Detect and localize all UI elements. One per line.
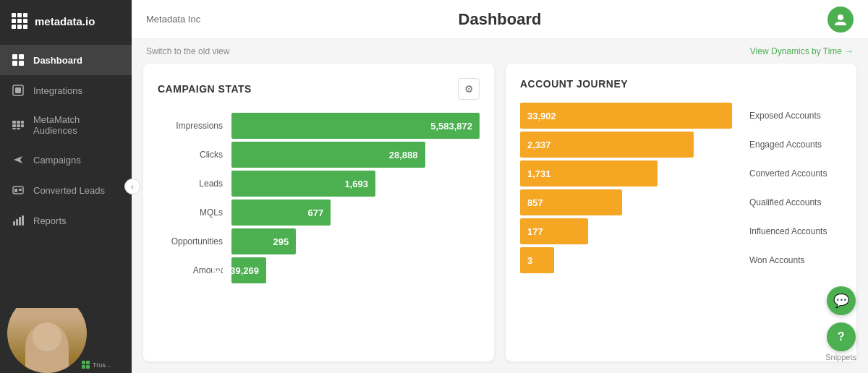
svg-rect-10 bbox=[17, 124, 20, 127]
account-journey-title: ACCOUNT JOURNEY bbox=[520, 78, 628, 90]
campaign-stats-title: CAMPAIGN STATS bbox=[158, 83, 252, 95]
svg-rect-18 bbox=[16, 219, 18, 226]
svg-rect-8 bbox=[12, 128, 16, 129]
svg-rect-6 bbox=[12, 121, 16, 124]
campaign-funnel-row: Leads 1,693 bbox=[158, 171, 480, 197]
gear-icon: ⚙ bbox=[464, 83, 474, 95]
campaign-stats-card: CAMPAIGN STATS ⚙ Impressions 5,583,872 C… bbox=[143, 64, 494, 361]
sidebar-label-metamatch: MetaMatch Audiences bbox=[33, 114, 120, 136]
svg-rect-2 bbox=[12, 61, 17, 66]
funnel-bar-wrap: $7,339,269 bbox=[231, 257, 480, 283]
logo[interactable]: metadata.io bbox=[0, 0, 132, 42]
campaign-stats-header: CAMPAIGN STATS ⚙ bbox=[158, 78, 480, 100]
dynamics-link[interactable]: View Dynamics by Time → bbox=[750, 46, 854, 56]
sidebar-item-metamatch[interactable]: MetaMatch Audiences bbox=[0, 106, 132, 145]
account-journey-funnel: 33,902 Exposed Accounts 2,337 Engaged Ac… bbox=[520, 103, 842, 347]
chat-icon: 💬 bbox=[833, 293, 849, 309]
funnel-bar-wrap: 295 bbox=[231, 228, 480, 254]
main-content: Metadata Inc Dashboard Switch to the old… bbox=[132, 0, 868, 373]
journey-funnel-row: 857 Qualified Accounts bbox=[520, 189, 842, 215]
svg-rect-3 bbox=[19, 61, 24, 66]
svg-rect-15 bbox=[14, 189, 17, 192]
dashboard-content: CAMPAIGN STATS ⚙ Impressions 5,583,872 C… bbox=[132, 64, 868, 373]
sidebar-label-converted-leads: Converted Leads bbox=[33, 185, 105, 196]
sidebar-item-reports[interactable]: Reports bbox=[0, 205, 132, 236]
page-title: Dashboard bbox=[459, 10, 542, 29]
svg-rect-19 bbox=[19, 217, 21, 226]
campaign-stats-funnel: Impressions 5,583,872 Clicks 28,888 Lead… bbox=[158, 113, 480, 347]
sidebar-item-campaigns[interactable]: Campaigns bbox=[0, 145, 132, 175]
sidebar-item-dashboard[interactable]: Dashboard bbox=[0, 45, 132, 75]
journey-row-label: Engaged Accounts bbox=[741, 140, 842, 150]
journey-row-label: Exposed Accounts bbox=[741, 111, 842, 121]
sidebar-collapse-button[interactable]: ‹ bbox=[124, 179, 140, 194]
journey-bar-wrap: 1,731 bbox=[520, 160, 732, 186]
journey-bar-wrap: 177 bbox=[520, 218, 732, 244]
campaigns-icon bbox=[12, 153, 25, 166]
funnel-bar: $7,339,269 bbox=[231, 257, 266, 283]
funnel-row-label: Opportunities bbox=[158, 236, 223, 246]
trust-text: Trus... bbox=[93, 361, 111, 369]
sidebar: metadata.io Dashboard Integ bbox=[0, 0, 132, 373]
user-avatar[interactable] bbox=[827, 7, 854, 33]
logo-text: metadata.io bbox=[35, 15, 95, 27]
funnel-row-label: Impressions bbox=[158, 121, 223, 131]
journey-bar: 857 bbox=[520, 189, 622, 215]
funnel-bar-wrap: 1,693 bbox=[231, 171, 480, 197]
funnel-row-label: MQLs bbox=[158, 207, 223, 218]
metamatch-icon bbox=[12, 119, 25, 132]
journey-bar-wrap: 3 bbox=[520, 247, 732, 273]
help-fab-button[interactable]: ? bbox=[827, 322, 856, 351]
chat-fab-button[interactable]: 💬 bbox=[827, 286, 856, 315]
journey-bar-wrap: 2,337 bbox=[520, 132, 732, 158]
sidebar-item-converted-leads[interactable]: Converted Leads bbox=[0, 175, 132, 205]
journey-funnel-row: 1,731 Converted Accounts bbox=[520, 160, 842, 186]
funnel-bar: 295 bbox=[231, 228, 296, 254]
campaign-stats-settings-button[interactable]: ⚙ bbox=[458, 78, 480, 100]
help-icon: ? bbox=[838, 330, 845, 343]
campaign-funnel-row: Clicks 28,888 bbox=[158, 142, 480, 168]
svg-rect-7 bbox=[12, 124, 16, 127]
sidebar-label-integrations: Integrations bbox=[33, 85, 82, 96]
fab-container: 💬 ? Snippets bbox=[825, 286, 856, 361]
funnel-bar: 5,583,872 bbox=[231, 113, 480, 139]
funnel-bar-wrap: 677 bbox=[231, 200, 480, 226]
trust-badge: Trus... bbox=[78, 359, 114, 370]
sidebar-label-campaigns: Campaigns bbox=[33, 155, 81, 166]
svg-rect-1 bbox=[19, 54, 24, 59]
funnel-bar: 1,693 bbox=[231, 171, 375, 197]
funnel-bar: 677 bbox=[231, 200, 331, 226]
funnel-bar-wrap: 5,583,872 bbox=[231, 113, 480, 139]
journey-row-label: Qualified Accounts bbox=[741, 197, 842, 207]
svg-rect-11 bbox=[17, 128, 20, 129]
sidebar-nav: Dashboard Integrations bbox=[0, 42, 132, 308]
reports-icon bbox=[12, 214, 25, 227]
trust-badge-grid-icon bbox=[82, 361, 90, 369]
logo-grid-icon bbox=[12, 13, 27, 29]
topbar: Metadata Inc Dashboard bbox=[132, 0, 868, 39]
integrations-icon bbox=[12, 84, 25, 97]
journey-row-label: Converted Accounts bbox=[741, 168, 842, 179]
subbar: Switch to the old view View Dynamics by … bbox=[132, 39, 868, 64]
svg-rect-9 bbox=[17, 121, 20, 124]
journey-bar: 33,902 bbox=[520, 103, 732, 129]
dashboard-icon bbox=[12, 53, 25, 67]
journey-bar: 1,731 bbox=[520, 160, 658, 186]
old-view-link[interactable]: Switch to the old view bbox=[146, 46, 229, 56]
journey-bar-wrap: 857 bbox=[520, 189, 732, 215]
svg-rect-13 bbox=[21, 124, 24, 127]
avatar bbox=[7, 308, 87, 373]
funnel-row-label: Leads bbox=[158, 179, 223, 189]
converted-leads-icon bbox=[12, 184, 25, 197]
account-journey-header: ACCOUNT JOURNEY bbox=[520, 78, 842, 90]
campaign-funnel-row: Opportunities 295 bbox=[158, 228, 480, 254]
svg-rect-16 bbox=[19, 189, 22, 191]
journey-funnel-row: 33,902 Exposed Accounts bbox=[520, 103, 842, 129]
sidebar-item-integrations[interactable]: Integrations bbox=[0, 75, 132, 106]
journey-bar: 2,337 bbox=[520, 132, 694, 158]
svg-rect-17 bbox=[13, 221, 15, 226]
campaign-funnel-row: MQLs 677 bbox=[158, 200, 480, 226]
account-journey-card: ACCOUNT JOURNEY 33,902 Exposed Accounts … bbox=[506, 64, 856, 361]
journey-funnel-row: 2,337 Engaged Accounts bbox=[520, 132, 842, 158]
journey-row-label: Influenced Accounts bbox=[741, 226, 842, 236]
